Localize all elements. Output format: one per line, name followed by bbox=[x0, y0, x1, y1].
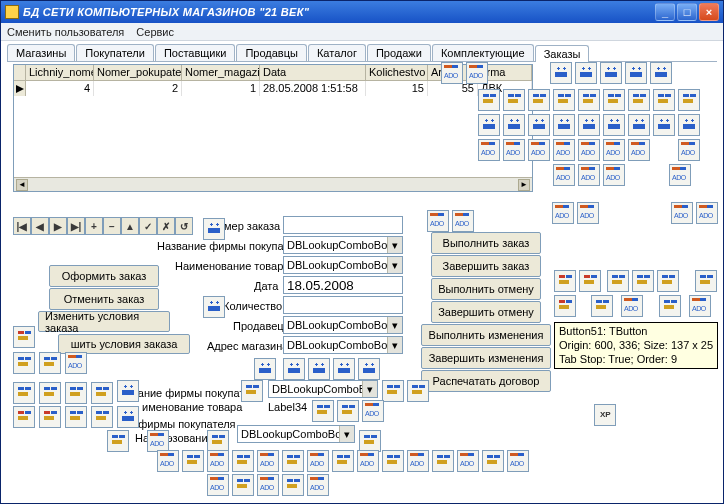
component-icon[interactable] bbox=[621, 295, 643, 317]
grid-hscroll[interactable]: ◄ ► bbox=[14, 177, 532, 191]
component-icon[interactable] bbox=[39, 406, 61, 428]
component-icon[interactable] bbox=[625, 62, 647, 84]
xp-manifest-icon[interactable] bbox=[594, 404, 616, 426]
component-icon[interactable] bbox=[653, 114, 675, 136]
nav-first[interactable]: |◀ bbox=[13, 217, 31, 235]
component-icon[interactable] bbox=[689, 295, 711, 317]
tab-buyers[interactable]: Покупатели bbox=[76, 44, 154, 61]
component-icon[interactable] bbox=[550, 62, 572, 84]
btn-vypolnit-otmenu[interactable]: Выполнить отмену bbox=[431, 278, 541, 300]
component-icon[interactable] bbox=[578, 139, 600, 161]
component-icon[interactable] bbox=[232, 474, 254, 496]
component-icon[interactable] bbox=[283, 358, 305, 380]
nav-edit[interactable]: ▲ bbox=[121, 217, 139, 235]
col-nomer-pokup[interactable]: Nomer_pokupatelja bbox=[94, 65, 182, 80]
edit-nomer-zakaza[interactable] bbox=[283, 216, 403, 234]
component-icon[interactable] bbox=[553, 89, 575, 111]
component-icon[interactable] bbox=[157, 450, 179, 472]
component-icon[interactable] bbox=[407, 450, 429, 472]
component-icon[interactable] bbox=[554, 270, 576, 292]
component-icon[interactable] bbox=[332, 450, 354, 472]
minimize-button[interactable]: _ bbox=[655, 3, 675, 21]
btn-zavershit-usloviya[interactable]: шить условия заказа bbox=[58, 334, 190, 354]
component-icon[interactable] bbox=[65, 406, 87, 428]
tab-catalog[interactable]: Каталог bbox=[308, 44, 366, 61]
component-icon[interactable] bbox=[653, 89, 675, 111]
component-icon[interactable] bbox=[657, 270, 679, 292]
component-icon[interactable] bbox=[607, 270, 629, 292]
component-icon[interactable] bbox=[578, 89, 600, 111]
tab-shops[interactable]: Магазины bbox=[7, 44, 75, 61]
nav-prior[interactable]: ◀ bbox=[31, 217, 49, 235]
component-icon[interactable] bbox=[528, 139, 550, 161]
component-icon[interactable] bbox=[39, 382, 61, 404]
component-icon[interactable] bbox=[696, 202, 718, 224]
nav-post[interactable]: ✓ bbox=[139, 217, 157, 235]
component-icon[interactable] bbox=[13, 406, 35, 428]
maximize-button[interactable]: □ bbox=[677, 3, 697, 21]
tab-sellers[interactable]: Продавцы bbox=[236, 44, 307, 61]
component-icon[interactable] bbox=[359, 430, 381, 452]
btn-vypolnit-izmeneniya[interactable]: Выполнить изменения bbox=[421, 324, 551, 346]
chevron-down-icon[interactable]: ▾ bbox=[387, 337, 402, 353]
component-icon[interactable] bbox=[553, 139, 575, 161]
component-icon[interactable] bbox=[478, 114, 500, 136]
scroll-right-icon[interactable]: ► bbox=[518, 179, 530, 191]
col-data[interactable]: Data bbox=[260, 65, 366, 80]
component-icon[interactable] bbox=[554, 295, 576, 317]
combo-c24[interactable]: DBLookupComboBox24▾ bbox=[237, 425, 355, 443]
edit-qty[interactable] bbox=[283, 296, 403, 314]
component-icon[interactable] bbox=[628, 114, 650, 136]
component-icon[interactable] bbox=[671, 202, 693, 224]
component-icon[interactable] bbox=[628, 89, 650, 111]
component-icon[interactable] bbox=[578, 164, 600, 186]
component-icon[interactable] bbox=[254, 358, 276, 380]
component-icon[interactable] bbox=[13, 352, 35, 374]
component-icon[interactable] bbox=[603, 164, 625, 186]
component-icon[interactable] bbox=[503, 89, 525, 111]
component-icon[interactable] bbox=[441, 62, 463, 84]
component-icon[interactable] bbox=[650, 62, 672, 84]
component-icon[interactable] bbox=[478, 139, 500, 161]
component-icon[interactable] bbox=[307, 450, 329, 472]
component-icon[interactable] bbox=[678, 114, 700, 136]
component-icon[interactable] bbox=[312, 400, 334, 422]
component-icon[interactable] bbox=[207, 450, 229, 472]
component-icon[interactable] bbox=[603, 139, 625, 161]
close-button[interactable]: × bbox=[699, 3, 719, 21]
nav-next[interactable]: ▶ bbox=[49, 217, 67, 235]
tab-parts[interactable]: Комплектующие bbox=[432, 44, 534, 61]
component-icon[interactable] bbox=[13, 382, 35, 404]
component-icon[interactable] bbox=[117, 380, 139, 402]
chevron-down-icon[interactable]: ▾ bbox=[362, 381, 377, 397]
tab-orders[interactable]: Заказы bbox=[535, 45, 590, 62]
component-icon[interactable] bbox=[452, 210, 474, 232]
component-icon[interactable] bbox=[282, 450, 304, 472]
component-icon[interactable] bbox=[482, 450, 504, 472]
component-icon[interactable] bbox=[182, 450, 204, 472]
component-icon[interactable] bbox=[282, 474, 304, 496]
component-icon[interactable] bbox=[427, 210, 449, 232]
combo-seller[interactable]: DBLookupComboBox1▾ bbox=[283, 316, 403, 334]
component-icon[interactable] bbox=[307, 474, 329, 496]
component-icon[interactable] bbox=[678, 89, 700, 111]
component-icon[interactable] bbox=[203, 296, 225, 318]
menu-service[interactable]: Сервис bbox=[136, 26, 174, 38]
nav-refresh[interactable]: ↺ bbox=[175, 217, 193, 235]
component-icon[interactable] bbox=[357, 450, 379, 472]
chevron-down-icon[interactable]: ▾ bbox=[339, 426, 354, 442]
component-icon[interactable] bbox=[669, 164, 691, 186]
btn-vypolnit-zakaz[interactable]: Выполнить заказ bbox=[431, 232, 541, 254]
menu-change-user[interactable]: Сменить пользователя bbox=[7, 26, 124, 38]
component-icon[interactable] bbox=[578, 114, 600, 136]
component-icon[interactable] bbox=[407, 380, 429, 402]
chevron-down-icon[interactable]: ▾ bbox=[387, 257, 402, 273]
component-icon[interactable] bbox=[382, 450, 404, 472]
btn-izmenit-usloviya[interactable]: Изменить условия заказа bbox=[38, 311, 170, 332]
component-icon[interactable] bbox=[528, 114, 550, 136]
chevron-down-icon[interactable]: ▾ bbox=[387, 317, 402, 333]
component-icon[interactable] bbox=[466, 62, 488, 84]
component-icon[interactable] bbox=[528, 89, 550, 111]
component-icon[interactable] bbox=[147, 430, 169, 452]
component-icon[interactable] bbox=[678, 139, 700, 161]
